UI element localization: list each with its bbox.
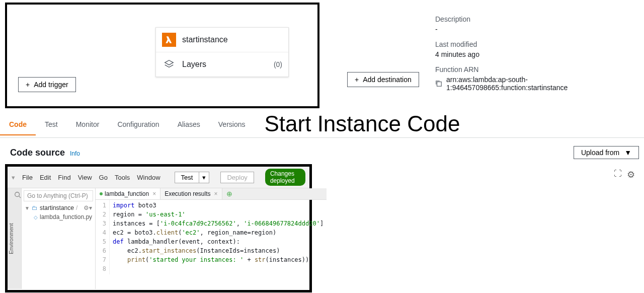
file-icon: ◇ — [34, 214, 38, 220]
svg-point-1 — [15, 192, 20, 197]
tab-monitor[interactable]: Monitor — [67, 114, 109, 135]
tab-versions[interactable]: Versions — [209, 114, 255, 135]
deploy-status-pill: Changes deployed — [265, 169, 305, 186]
file-tree: Go to Anything (Ctrl-P) ▼ 🗀 startinstanc… — [22, 188, 96, 289]
menu-tools[interactable]: Tools — [115, 174, 130, 181]
ide-test-dropdown[interactable]: ▾ — [199, 172, 209, 183]
code-lines[interactable]: import boto3 region = 'us-east-1' instan… — [110, 200, 327, 274]
goto-anything-input[interactable]: Go to Anything (Ctrl-P) — [24, 190, 93, 201]
lambda-icon — [162, 33, 176, 47]
description-label: Description — [435, 15, 634, 23]
search-icon[interactable] — [14, 188, 22, 289]
function-arn-value: arn:aws:lambda:ap-south-1:946457098665:f… — [446, 76, 634, 92]
layers-label: Layers — [182, 60, 274, 69]
add-trigger-label: Add trigger — [34, 81, 68, 89]
menu-edit[interactable]: Edit — [40, 174, 51, 181]
info-link[interactable]: Info — [70, 150, 80, 157]
layers-count: (0) — [274, 60, 282, 68]
file-name: lambda_function.py — [40, 213, 92, 221]
folder-name: startinstance — [40, 204, 74, 211]
tab-code[interactable]: Code — [0, 114, 36, 135]
description-value: - — [435, 25, 634, 33]
close-icon[interactable]: × — [214, 190, 218, 197]
ide-deploy-button[interactable]: Deploy — [220, 172, 254, 183]
tab-configuration[interactable]: Configuration — [108, 114, 168, 135]
editor-tab-lambda[interactable]: lambda_function × — [96, 188, 160, 199]
modified-dot-icon — [100, 192, 103, 195]
copy-icon[interactable] — [435, 80, 442, 87]
menu-find[interactable]: Find — [58, 174, 70, 181]
gear-icon[interactable]: ⚙▾ — [84, 204, 92, 211]
editor-tab-label: Execution results — [165, 190, 210, 197]
function-tabs: Code Test Monitor Configuration Aliases … — [0, 114, 255, 135]
layers-icon — [162, 57, 176, 71]
plus-icon: + — [355, 76, 359, 84]
new-tab-button[interactable]: ⊕ — [222, 190, 236, 198]
function-arn-label: Function ARN — [435, 65, 634, 74]
line-gutter: 12345678 — [96, 200, 110, 274]
function-info-panel: Description - Last modified 4 minutes ag… — [425, 0, 644, 108]
close-icon[interactable]: × — [152, 190, 156, 197]
caret-down-icon: ▼ — [624, 149, 631, 157]
function-node[interactable]: startinstance Layers (0) — [155, 27, 289, 77]
function-name: startinstance — [182, 35, 282, 44]
menu-go[interactable]: Go — [99, 174, 108, 181]
add-destination-label: Add destination — [363, 76, 412, 84]
last-modified-label: Last modified — [435, 40, 634, 48]
menu-file[interactable]: File — [22, 174, 33, 181]
menu-collapse-icon[interactable]: ▾ — [12, 174, 15, 181]
add-trigger-button[interactable]: + Add trigger — [18, 77, 76, 92]
fullscreen-icon[interactable]: ⛶ — [614, 169, 622, 180]
editor-tab-execution-results[interactable]: Execution results × — [160, 188, 222, 199]
annotation-title: Start Instance Code — [265, 111, 460, 136]
menu-view[interactable]: View — [78, 174, 92, 181]
environment-sidebar-tab[interactable]: Environment — [8, 188, 14, 289]
menu-window[interactable]: Window — [137, 174, 160, 181]
chevron-down-icon: ▼ — [25, 205, 30, 211]
plus-icon: + — [26, 81, 30, 89]
add-destination-button[interactable]: + Add destination — [347, 72, 419, 87]
last-modified-value: 4 minutes ago — [435, 50, 634, 58]
folder-icon: 🗀 — [32, 204, 38, 211]
editor-tab-label: lambda_function — [105, 190, 149, 197]
upload-from-label: Upload from — [581, 149, 619, 157]
upload-from-button[interactable]: Upload from ▼ — [574, 146, 639, 159]
file-row[interactable]: ◇ lambda_function.py — [22, 212, 95, 222]
ide-test-button[interactable]: Test — [175, 172, 199, 183]
function-designer: startinstance Layers (0) + Add trigger — [5, 3, 319, 108]
gear-icon[interactable]: ⚙ — [627, 169, 635, 180]
code-source-title: Code source — [10, 148, 65, 158]
folder-row[interactable]: ▼ 🗀 startinstance / ⚙▾ — [22, 203, 95, 212]
svg-rect-0 — [437, 82, 442, 87]
tab-aliases[interactable]: Aliases — [169, 114, 209, 135]
code-editor-ide: ▾ File Edit Find View Go Tools Window Te… — [5, 164, 312, 292]
code-area[interactable]: 12345678 import boto3 region = 'us-east-… — [96, 200, 327, 274]
tab-test[interactable]: Test — [36, 114, 67, 135]
